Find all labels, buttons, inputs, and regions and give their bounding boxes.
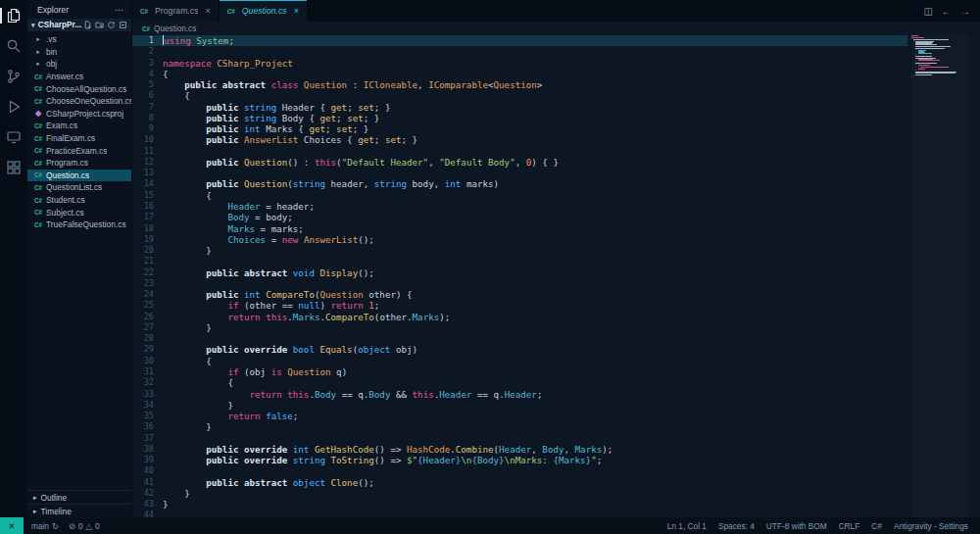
- code-line-25[interactable]: 25 if (other == null) return 1;: [132, 300, 907, 311]
- remote-indicator[interactable]: ×: [0, 517, 24, 534]
- code-line-8[interactable]: 8 public string Body { get; set; }: [132, 113, 907, 123]
- code-line-33[interactable]: 33 return this.Body == q.Body && this.He…: [132, 389, 907, 400]
- status-item-crlf[interactable]: CRLF: [839, 521, 860, 531]
- run-debug-icon[interactable]: [5, 98, 23, 116]
- code-line-39[interactable]: 39 public override string ToString() => …: [132, 455, 907, 465]
- tree-item-student-cs[interactable]: C#Student.cs: [27, 194, 131, 207]
- source-control-icon[interactable]: [5, 68, 23, 85]
- navigate-forward-icon[interactable]: →: [960, 6, 970, 17]
- code-line-28[interactable]: 28: [132, 333, 907, 344]
- explorer-title: Explorer: [37, 5, 69, 15]
- code-line-18[interactable]: 18 Marks = marks;: [132, 223, 907, 234]
- file-label: Answer.cs: [46, 72, 83, 81]
- file-icon-slot: C#: [33, 160, 43, 167]
- tree-item-truefalsequestion-cs[interactable]: C#TrueFalseQuestion.cs: [27, 218, 131, 231]
- code-line-5[interactable]: 5 public abstract class Question : IClon…: [132, 79, 907, 90]
- code-line-29[interactable]: 29 public override bool Equals(object ob…: [132, 344, 907, 355]
- code-line-19[interactable]: 19 Choices = new AnswerList();: [132, 234, 907, 245]
- more-actions-icon[interactable]: ⋯: [115, 5, 123, 15]
- status-item-c[interactable]: C#: [871, 521, 882, 531]
- status-item-utf-8-with-bom[interactable]: UTF-8 with BOM: [766, 521, 827, 531]
- code-line-22[interactable]: 22 public abstract void Display();: [132, 267, 907, 278]
- code-line-40[interactable]: 40: [132, 465, 907, 476]
- search-icon[interactable]: [5, 37, 23, 55]
- code-line-9[interactable]: 9 public int Marks { get; set; }: [132, 123, 907, 134]
- minimap[interactable]: [911, 35, 968, 517]
- code-line-3[interactable]: 3namespace CSharp_Project: [132, 58, 907, 69]
- tree-item-subject-cs[interactable]: C#Subject.cs: [27, 206, 131, 218]
- code-line-2[interactable]: 2: [132, 46, 907, 57]
- code-line-16[interactable]: 16 Header = header;: [132, 201, 907, 212]
- code-line-23[interactable]: 23: [132, 278, 907, 289]
- tree-item-bin[interactable]: ▸bin: [27, 46, 131, 59]
- tree-item-csharpproject-csproj[interactable]: ◆CSharpProject.csproj: [27, 108, 131, 121]
- code-line-42[interactable]: 42 }: [132, 488, 907, 499]
- code-line-12[interactable]: 12 public Question() : this("Default Hea…: [132, 157, 907, 168]
- code-line-41[interactable]: 41 public abstract object Clone();: [132, 477, 907, 488]
- explorer-icon[interactable]: [5, 7, 23, 24]
- tree-item-question-cs[interactable]: C#Question.cs: [27, 170, 131, 182]
- tree-item-program-cs[interactable]: C#Program.cs: [27, 157, 131, 170]
- new-file-icon[interactable]: [83, 21, 92, 29]
- code-line-7[interactable]: 7 public string Header { get; set; }: [132, 102, 907, 113]
- code-line-27[interactable]: 27 }: [132, 322, 907, 333]
- code-line-6[interactable]: 6 {: [132, 90, 907, 101]
- code-line-43[interactable]: 43}: [132, 499, 907, 510]
- code-line-38[interactable]: 38 public override int GetHashCode() => …: [132, 444, 907, 455]
- code-area[interactable]: 1using System;23namespace CSharp_Project…: [132, 35, 907, 517]
- csharp-file-icon: C#: [34, 160, 42, 167]
- code-line-13[interactable]: 13: [132, 168, 907, 178]
- remote-explorer-icon[interactable]: [5, 128, 23, 146]
- file-label: FinalExam.cs: [46, 133, 95, 143]
- breadcrumb[interactable]: C# Question.cs: [132, 22, 980, 35]
- tree-item-practiceexam-cs[interactable]: C#PracticeExam.cs: [27, 144, 131, 157]
- status-item-ln-1-col-1[interactable]: Ln 1, Col 1: [667, 521, 707, 531]
- outline-section[interactable]: ▸ Outline: [27, 490, 131, 504]
- code-line-32[interactable]: 32 {: [132, 377, 907, 388]
- token: [163, 477, 206, 488]
- close-icon[interactable]: ×: [294, 6, 299, 16]
- chevron-right-icon: ▸: [33, 494, 37, 502]
- code-line-21[interactable]: 21: [132, 256, 907, 267]
- code-line-31[interactable]: 31 if (obj is Question q): [132, 366, 907, 377]
- new-folder-icon[interactable]: [95, 21, 104, 29]
- navigate-back-icon[interactable]: ←: [942, 6, 952, 17]
- refresh-icon[interactable]: [107, 21, 116, 29]
- code-line-11[interactable]: 11: [132, 146, 907, 157]
- code-line-30[interactable]: 30 {: [132, 356, 907, 366]
- tree-item-obj[interactable]: ▸obj: [27, 58, 131, 71]
- code-line-1[interactable]: 1using System;: [132, 35, 907, 46]
- tree-item-finalexam-cs[interactable]: C#FinalExam.cs: [27, 132, 131, 145]
- tab-program-cs[interactable]: C#Program.cs×: [132, 0, 220, 22]
- tab-question-cs[interactable]: C#Question.cs×: [220, 0, 308, 22]
- code-line-44[interactable]: 44: [132, 510, 907, 517]
- tree-item-chooseonequestion-cs[interactable]: C#ChooseOneQuestion.cs: [27, 95, 131, 108]
- extensions-icon[interactable]: [5, 159, 23, 176]
- problems-item[interactable]: ⊘ 0 △ 0: [69, 521, 100, 531]
- status-item-spaces-4[interactable]: Spaces: 4: [718, 521, 755, 531]
- tree-item-chooseallquestion-cs[interactable]: C#ChooseAllQuestion.cs: [27, 82, 131, 95]
- tree-item-exam-cs[interactable]: C#Exam.cs: [27, 120, 131, 132]
- code-line-17[interactable]: 17 Body = body;: [132, 212, 907, 222]
- status-item-antigravity-settings[interactable]: Antigravity - Settings: [894, 521, 968, 531]
- branch-item[interactable]: main ↻: [31, 521, 59, 531]
- code-line-24[interactable]: 24 public int CompareTo(Question other) …: [132, 289, 907, 300]
- collapse-all-icon[interactable]: [119, 21, 127, 29]
- code-line-37[interactable]: 37: [132, 433, 907, 444]
- tree-item-answer-cs[interactable]: C#Answer.cs: [27, 71, 131, 83]
- code-line-26[interactable]: 26 return this.Marks.CompareTo(other.Mar…: [132, 312, 907, 322]
- code-line-14[interactable]: 14 public Question(string header, string…: [132, 178, 907, 189]
- code-line-15[interactable]: 15 {: [132, 190, 907, 201]
- code-line-35[interactable]: 35 return false;: [132, 411, 907, 421]
- code-line-10[interactable]: 10 public AnswerList Choices { get; set;…: [132, 134, 907, 145]
- code-line-4[interactable]: 4{: [132, 69, 907, 79]
- tree-item-vs[interactable]: ▸.vs: [27, 33, 131, 46]
- close-icon[interactable]: ×: [205, 6, 210, 16]
- split-editor-icon[interactable]: ◫: [924, 6, 933, 17]
- code-line-20[interactable]: 20 }: [132, 245, 907, 256]
- code-line-36[interactable]: 36 }: [132, 421, 907, 432]
- tree-item-questionlist-cs[interactable]: C#QuestionList.cs: [27, 181, 131, 194]
- timeline-section[interactable]: ▸ Timeline: [27, 504, 131, 517]
- tree-root[interactable]: ▾ CSharpPr...: [27, 19, 131, 31]
- code-line-34[interactable]: 34 }: [132, 400, 907, 411]
